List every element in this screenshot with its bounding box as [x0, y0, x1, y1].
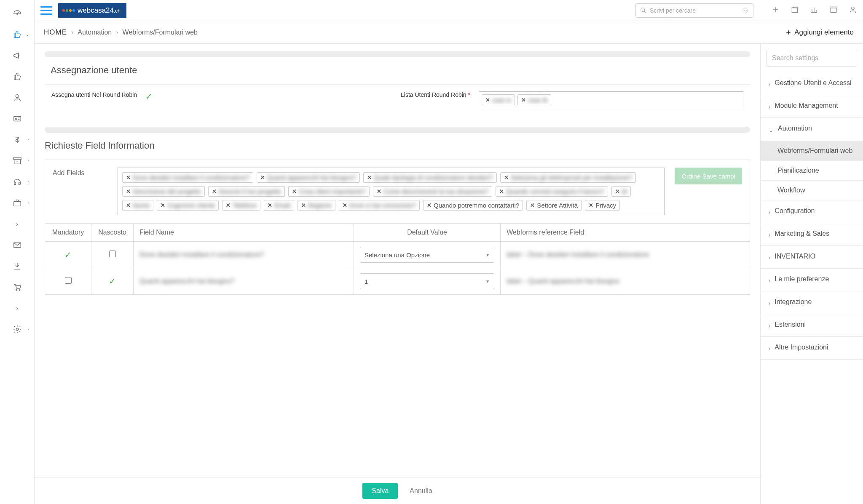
close-icon[interactable]: ✕	[504, 174, 509, 181]
megaphone-icon[interactable]	[9, 50, 26, 61]
settings-search-input[interactable]	[772, 54, 852, 62]
cancel-button[interactable]: Annulla	[410, 487, 432, 495]
close-icon[interactable]: ✕	[212, 188, 217, 195]
settings-item[interactable]: ›Configuration	[761, 200, 863, 223]
close-icon[interactable]: ✕	[126, 188, 131, 195]
field-tag[interactable]: ✕Quale tipologia di condizionatore desid…	[363, 172, 497, 183]
close-icon[interactable]: ✕	[377, 188, 381, 195]
settings-search[interactable]	[767, 50, 857, 67]
add-element-button[interactable]: Aggiungi elemento	[785, 28, 854, 37]
close-icon[interactable]: ✕	[615, 188, 620, 195]
settings-subitem[interactable]: Webforms/Formulari web	[761, 141, 863, 161]
assign-round-robin-label: Assegna utenti Nel Round Robin	[51, 91, 137, 108]
close-icon[interactable]: ✕	[485, 97, 490, 103]
field-tag[interactable]: ✕Settore Attività	[526, 200, 582, 211]
close-icon[interactable]: ✕	[226, 202, 230, 208]
close-icon[interactable]: ✕	[260, 174, 265, 181]
default-value-select[interactable]: 1▼	[360, 273, 494, 289]
close-icon[interactable]: ✕	[268, 202, 272, 208]
close-icon[interactable]: ✕	[343, 202, 347, 208]
headset-icon[interactable]: ›	[9, 176, 26, 188]
mandatory-checkbox[interactable]	[65, 277, 72, 284]
field-tag[interactable]: ✕Quando potremmo contattarti?	[423, 200, 523, 211]
more-icon[interactable]: ›	[9, 218, 26, 230]
add-fields-tagbox[interactable]: ✕Dove desideri installare il condizionat…	[118, 168, 665, 215]
close-icon[interactable]: ✕	[126, 174, 131, 181]
field-tag[interactable]: ✕Quanti apparecchi hai bisogno?	[257, 172, 360, 183]
order-save-fields-button[interactable]: Ordine Save campi	[675, 168, 742, 184]
field-tag[interactable]: ✕Email	[264, 200, 294, 211]
field-tag[interactable]: ✕M	[611, 186, 631, 197]
user-icon[interactable]	[9, 92, 26, 104]
logo[interactable]: webcasa24.ch	[58, 3, 126, 18]
round-robin-users[interactable]: ✕User A ✕User B	[479, 91, 743, 108]
add-icon[interactable]	[771, 5, 780, 15]
field-tag[interactable]: ✕Telefono	[222, 200, 260, 211]
settings-item[interactable]: ›Altre Impostazioni	[761, 337, 863, 360]
breadcrumb-automation[interactable]: Automation	[78, 29, 112, 36]
settings-item[interactable]: ⌄Automation	[761, 118, 863, 141]
th-hidden: Nascosto	[91, 224, 134, 242]
global-search[interactable]	[635, 3, 753, 18]
topbar: webcasa24.ch	[35, 0, 863, 21]
field-tag[interactable]: ✕Cognome Utente	[157, 200, 219, 211]
field-tag[interactable]: ✕Cosa ritieni importante?	[288, 186, 369, 197]
profile-icon[interactable]	[849, 5, 857, 15]
thumbs-up-icon[interactable]: ⌄	[9, 29, 26, 40]
close-icon[interactable]: ✕	[301, 202, 306, 208]
settings-item[interactable]: ›Integrazione	[761, 291, 863, 314]
chevron-down-icon[interactable]	[742, 7, 749, 14]
calendar-icon[interactable]	[791, 5, 799, 15]
close-icon[interactable]: ✕	[589, 202, 593, 208]
close-icon[interactable]: ✕	[427, 202, 432, 208]
box-icon[interactable]	[829, 5, 838, 15]
field-tag[interactable]: ✕Dove ci hai conosciuto?	[339, 200, 420, 211]
cart-icon[interactable]	[9, 281, 26, 293]
close-icon[interactable]: ✕	[161, 202, 165, 208]
field-tag[interactable]: ✕Descrizione del progetto	[122, 186, 205, 197]
close-icon[interactable]: ✕	[126, 202, 131, 208]
close-icon[interactable]: ✕	[499, 188, 504, 195]
close-icon[interactable]: ✕	[530, 202, 535, 208]
dashboard-icon[interactable]	[9, 8, 26, 19]
hidden-checkbox[interactable]	[109, 251, 116, 257]
field-tag[interactable]: ✕Seleziona gli elettroprosti per install…	[500, 172, 636, 183]
field-tag[interactable]: ✕Descrivi il tuo progetto	[208, 186, 285, 197]
save-button[interactable]: Salva	[362, 483, 398, 499]
close-icon[interactable]: ✕	[521, 97, 526, 103]
user-tag[interactable]: ✕User A	[482, 94, 515, 105]
breadcrumb-webforms[interactable]: Webforms/Formulari web	[123, 29, 198, 36]
field-tag[interactable]: ✕Nome	[122, 200, 153, 211]
user-tag[interactable]: ✕User B	[517, 94, 551, 105]
settings-subitem[interactable]: Workflow	[761, 181, 863, 200]
search-input[interactable]	[650, 7, 739, 14]
thumbs-up-alt-icon[interactable]	[9, 71, 26, 83]
chart-icon[interactable]	[810, 5, 818, 15]
close-icon[interactable]: ✕	[292, 188, 297, 195]
svg-point-10	[641, 8, 645, 12]
gear-icon[interactable]: ›	[9, 323, 26, 335]
settings-item[interactable]: ›Le mie preferenze	[761, 269, 863, 291]
settings-item[interactable]: ›Marketing & Sales	[761, 223, 863, 246]
download-icon[interactable]	[9, 260, 26, 272]
settings-subitem[interactable]: Pianificazione	[761, 161, 863, 181]
more-2-icon[interactable]: ›	[9, 302, 26, 314]
id-card-icon[interactable]	[9, 113, 26, 125]
menu-toggle[interactable]	[40, 6, 52, 15]
settings-item[interactable]: ›Estensioni	[761, 314, 863, 337]
dollar-icon[interactable]: ›	[9, 134, 26, 146]
field-tag[interactable]: ✕Privacy	[585, 200, 620, 211]
field-tag[interactable]: ✕Come descriveresti la tua situazione?	[373, 186, 492, 197]
settings-item[interactable]: ›Module Management	[761, 95, 863, 118]
archive-icon[interactable]: ›	[9, 155, 26, 167]
close-icon[interactable]: ✕	[367, 174, 372, 181]
breadcrumb-home[interactable]: HOME	[44, 28, 67, 37]
settings-item[interactable]: ›Gestione Utenti e Accessi	[761, 72, 863, 95]
field-tag[interactable]: ✕Dove desideri installare il condizionat…	[122, 172, 253, 183]
briefcase-icon[interactable]: ›	[9, 197, 26, 209]
settings-item[interactable]: ›INVENTARIO	[761, 246, 863, 269]
mail-icon[interactable]	[9, 239, 26, 251]
default-value-select[interactable]: Seleziona una Opzione▼	[360, 247, 494, 263]
field-tag[interactable]: ✕Quando vorresti eseguire il lavoro?	[496, 186, 608, 197]
field-tag[interactable]: ✕Regione	[297, 200, 335, 211]
